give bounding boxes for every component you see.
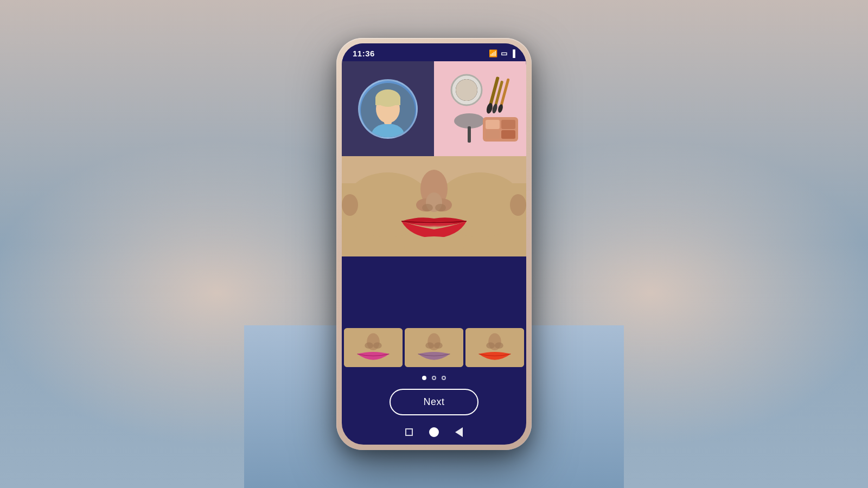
svg-point-34 [342,194,358,216]
pagination-dot-3[interactable] [442,376,446,380]
thumbnail-1[interactable] [344,328,403,367]
nav-square-button[interactable] [404,427,414,437]
makeup-products-svg [437,66,524,152]
svg-rect-5 [375,97,400,105]
makeup-section [434,61,526,156]
nav-bar [342,422,526,445]
svg-rect-22 [501,130,515,139]
thumbnail-2[interactable] [405,328,463,367]
nav-home-button[interactable] [429,427,439,437]
phone-body: 11:36 📶 ▭ ▐ [336,38,532,450]
face-closeup-svg [342,156,526,256]
status-bar: 11:36 📶 ▭ ▐ [342,43,526,61]
signal-icon: ▐ [510,49,515,57]
face-closeup [342,156,526,256]
avatar-section [342,61,434,156]
svg-rect-19 [486,120,500,129]
thumbnail-1-svg [344,328,403,367]
svg-point-47 [495,342,503,349]
pagination-dot-1[interactable] [422,376,426,380]
wifi-icon: 📶 [489,49,497,57]
svg-point-31 [422,204,433,211]
svg-point-43 [434,342,443,349]
phone-screen: 11:36 📶 ▭ ▐ [342,43,526,445]
svg-rect-17 [468,126,471,143]
svg-point-32 [435,204,446,211]
nav-square-icon [405,428,413,436]
svg-point-42 [425,342,434,349]
pagination-dots [342,369,526,384]
next-button[interactable]: Next [390,389,478,415]
thumbnail-2-svg [405,328,463,367]
svg-point-38 [365,342,373,349]
svg-rect-21 [486,130,500,139]
battery-icon: ▭ [501,49,507,57]
svg-point-35 [510,194,526,216]
thumbnails-row [342,326,526,369]
svg-point-16 [454,113,484,129]
svg-point-39 [373,342,382,349]
main-image-area [342,61,526,326]
svg-point-9 [456,79,477,101]
svg-rect-20 [501,120,515,129]
avatar-circle [358,79,418,139]
svg-point-46 [486,342,495,349]
nav-back-button[interactable] [454,427,464,437]
thumbnail-3[interactable] [465,328,524,367]
nav-home-icon [429,427,439,437]
pagination-dot-2[interactable] [432,376,436,380]
top-split-section [342,61,526,156]
thumbnail-3-svg [465,328,524,367]
scene: 11:36 📶 ▭ ▐ [0,0,868,488]
avatar-person-svg [361,83,415,137]
status-time: 11:36 [353,49,375,58]
status-icons: 📶 ▭ ▐ [489,49,515,57]
phone-wrapper: 11:36 📶 ▭ ▐ [336,38,532,450]
nav-back-icon [455,427,463,437]
next-button-container: Next [342,384,526,422]
